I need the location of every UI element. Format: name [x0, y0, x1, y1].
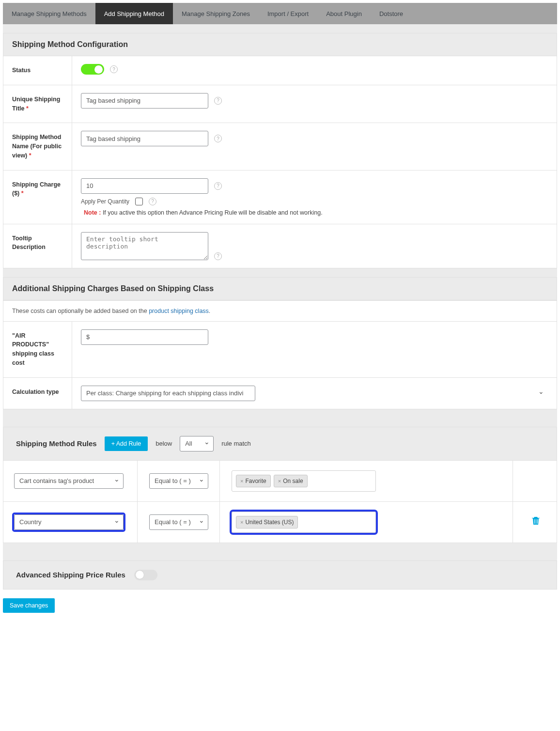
- tab-manage-zones[interactable]: Manage Shipping Zones: [173, 3, 259, 24]
- tab-add-method[interactable]: Add Shipping Method: [95, 3, 173, 24]
- shipping-charge-input[interactable]: [81, 178, 208, 194]
- remove-tag-icon[interactable]: ×: [240, 519, 243, 525]
- tooltip-label: Tooltip Description: [3, 224, 72, 268]
- tab-about[interactable]: About Plugin: [317, 3, 371, 24]
- rule-condition-select[interactable]: Country: [14, 514, 124, 530]
- status-toggle[interactable]: [81, 64, 104, 75]
- below-label: below: [156, 440, 172, 447]
- rule-value-tagbox[interactable]: ×United States (US): [232, 512, 376, 533]
- shipping-class-section-title: Additional Shipping Charges Based on Shi…: [3, 277, 557, 300]
- tooltip-textarea[interactable]: [81, 232, 208, 260]
- remove-tag-icon[interactable]: ×: [278, 478, 281, 484]
- title-label: Unique Shipping Title *: [3, 85, 72, 123]
- advanced-rules-toggle[interactable]: [134, 570, 157, 580]
- shipping-name-input[interactable]: [81, 131, 208, 146]
- tab-dotstore[interactable]: Dotstore: [371, 3, 412, 24]
- calc-type-select[interactable]: Per class: Charge shipping for each ship…: [81, 386, 255, 401]
- note-text: Note : If you active this option then Ad…: [81, 209, 548, 216]
- rule-value-tagbox[interactable]: ×Favorite ×On sale: [232, 470, 376, 492]
- rule-row: Country Equal to ( = ) ×United States (U…: [3, 502, 557, 543]
- save-button[interactable]: Save changes: [3, 598, 55, 613]
- shipping-class-info: These costs can optionally be added base…: [3, 300, 557, 322]
- air-products-cost-input[interactable]: [81, 329, 208, 345]
- delete-rule-icon[interactable]: [532, 516, 540, 528]
- help-icon[interactable]: [110, 65, 118, 73]
- advanced-rules-header: Advanced Shipping Price Rules: [3, 560, 557, 590]
- match-mode-select[interactable]: All: [180, 436, 214, 451]
- help-icon[interactable]: [214, 135, 222, 142]
- tag-favorite: ×Favorite: [236, 475, 271, 487]
- config-section-title: Shipping Method Configuration: [3, 33, 557, 56]
- help-icon[interactable]: [214, 97, 222, 105]
- tab-manage-methods[interactable]: Manage Shipping Methods: [3, 3, 95, 24]
- air-products-label: "AIR PRODUCTS" shipping class cost: [3, 322, 72, 377]
- rule-operator-select[interactable]: Equal to ( = ): [149, 514, 208, 530]
- help-icon[interactable]: [214, 252, 222, 260]
- shipping-title-input[interactable]: [81, 93, 208, 109]
- charge-label: Shipping Charge ($) *: [3, 171, 72, 224]
- tag-us: ×United States (US): [236, 516, 298, 529]
- tab-import-export[interactable]: Import / Export: [259, 3, 317, 24]
- help-icon[interactable]: [214, 182, 222, 190]
- rule-operator-select[interactable]: Equal to ( = ): [149, 473, 208, 489]
- rules-header: Shipping Method Rules + Add Rule below A…: [3, 427, 557, 461]
- rule-condition-select[interactable]: Cart contains tag's product: [14, 473, 124, 489]
- rule-match-label: rule match: [221, 440, 251, 447]
- apply-per-qty-checkbox[interactable]: [135, 198, 143, 205]
- add-rule-button[interactable]: + Add Rule: [105, 436, 148, 451]
- apply-per-qty-label: Apply Per Quantity: [81, 198, 129, 205]
- rule-row: Cart contains tag's product Equal to ( =…: [3, 461, 557, 502]
- advanced-rules-title: Advanced Shipping Price Rules: [16, 571, 125, 579]
- remove-tag-icon[interactable]: ×: [240, 478, 243, 484]
- tag-onsale: ×On sale: [274, 475, 308, 487]
- help-icon[interactable]: [149, 198, 156, 205]
- tab-bar: Manage Shipping Methods Add Shipping Met…: [3, 3, 557, 24]
- name-label: Shipping Method Name (For public view) *: [3, 123, 72, 170]
- product-shipping-class-link[interactable]: product shipping class: [149, 308, 209, 314]
- rules-title: Shipping Method Rules: [16, 439, 97, 448]
- status-label: Status: [3, 56, 72, 85]
- calc-type-label: Calculation type: [3, 378, 72, 409]
